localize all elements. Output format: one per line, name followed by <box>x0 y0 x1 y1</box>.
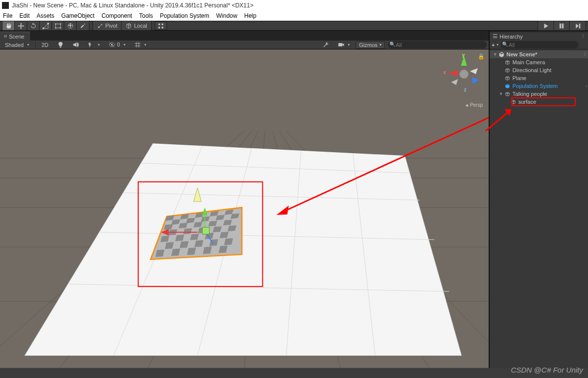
unity-scene-icon <box>499 51 504 57</box>
grid-toggle[interactable] <box>131 42 149 48</box>
pivot-toggle[interactable]: Pivot <box>93 21 122 30</box>
rect-tool-button[interactable] <box>52 21 64 30</box>
hierarchy-item-plane[interactable]: Plane <box>490 74 588 82</box>
local-label: Local <box>134 21 147 30</box>
svg-rect-16 <box>338 43 342 46</box>
eye-off-icon <box>109 42 115 48</box>
scene-context-menu[interactable]: ⁝ <box>584 51 588 58</box>
svg-rect-1 <box>47 23 48 24</box>
tab-scene[interactable]: ⌗ Scene <box>0 32 30 41</box>
hierarchy-item-main-camera[interactable]: Main Camera <box>490 58 588 66</box>
editor-toolbar: Pivot Local <box>0 21 588 31</box>
hierarchy-item-population-system[interactable]: Population System › <box>490 82 588 90</box>
camera-icon <box>338 42 344 48</box>
orientation-gizmo[interactable]: y x z ◄Persp 🔒 <box>444 53 484 108</box>
svg-point-3 <box>55 23 56 24</box>
step-button[interactable] <box>570 21 586 30</box>
svg-point-4 <box>60 23 61 24</box>
svg-marker-90 <box>472 77 479 84</box>
audio-toggle[interactable] <box>70 42 82 48</box>
grid-icon <box>134 42 141 48</box>
pause-button[interactable] <box>554 21 570 30</box>
item-label: Main Camera <box>511 59 545 65</box>
item-label: surface <box>517 99 536 105</box>
scale-tool-button[interactable] <box>40 21 52 30</box>
scene-search-input[interactable] <box>388 41 487 48</box>
fx-icon <box>88 42 94 48</box>
transform-tool-combo-button[interactable] <box>64 21 77 30</box>
move-tool-button[interactable] <box>15 21 27 30</box>
menu-help[interactable]: Help <box>244 12 256 19</box>
item-label: Plane <box>511 75 526 81</box>
gameobject-icon <box>504 75 510 81</box>
scene-tab-icon: ⌗ <box>4 33 7 40</box>
search-icon: 🔍 <box>502 42 508 47</box>
shading-mode-dropdown[interactable]: Shaded <box>2 42 32 48</box>
custom-tool-button[interactable] <box>77 21 89 30</box>
svg-rect-9 <box>158 23 160 25</box>
fx-toggle[interactable] <box>85 42 103 48</box>
lock-icon[interactable]: 🔒 <box>478 53 485 60</box>
hand-tool-button[interactable] <box>2 21 15 30</box>
projection-label: Persp <box>470 102 483 108</box>
hierarchy-tab-label: Hierarchy <box>500 34 523 40</box>
hierarchy-search-input[interactable] <box>501 41 579 48</box>
gameobject-icon <box>510 99 516 105</box>
svg-point-5 <box>55 27 56 28</box>
svg-rect-10 <box>162 23 163 25</box>
menu-population-system[interactable]: Population System <box>160 12 209 19</box>
svg-point-93 <box>460 70 468 79</box>
menu-file[interactable]: File <box>3 12 12 19</box>
scene-tools-button[interactable] <box>320 42 332 48</box>
lightbulb-icon <box>57 42 64 48</box>
camera-settings-button[interactable] <box>335 42 353 48</box>
pivot-icon <box>97 23 103 29</box>
menu-tools[interactable]: Tools <box>139 12 153 19</box>
menu-gameobject[interactable]: GameObject <box>61 12 94 19</box>
hierarchy-scene-row[interactable]: ▼ New Scene* ⁝ <box>490 50 588 58</box>
hierarchy-panel: ☰ Hierarchy ⁝ + ▾ 🔍 ▼ New Scene* <box>489 31 588 368</box>
expand-arrow-icon[interactable]: ▼ <box>499 91 504 96</box>
create-button[interactable]: + <box>492 42 495 48</box>
projection-toggle[interactable]: ◄Persp <box>464 102 483 108</box>
local-toggle[interactable]: Local <box>122 21 151 30</box>
svg-rect-0 <box>42 27 44 29</box>
scene-viewport[interactable]: y x z ◄Persp 🔒 <box>0 49 489 368</box>
scene-tab-bar: ⌗ Scene <box>0 31 489 41</box>
menu-window[interactable]: Window <box>216 12 238 19</box>
watermark-text: CSDN @C# For Unity <box>511 366 583 374</box>
gizmos-dropdown[interactable]: Gizmos▾ <box>356 41 385 49</box>
menu-component[interactable]: Component <box>101 12 132 19</box>
svg-rect-12 <box>162 27 163 28</box>
gameobject-icon <box>504 91 510 97</box>
tab-hierarchy[interactable]: ☰ Hierarchy ⁝ <box>490 32 588 41</box>
play-button[interactable] <box>538 21 554 30</box>
scene-panel: ⌗ Scene Shaded 2D 0 <box>0 31 489 368</box>
panel-lock-icon[interactable]: ⁝ <box>582 33 584 40</box>
expand-arrow-icon[interactable]: ▼ <box>493 52 498 57</box>
snap-toggle[interactable] <box>155 21 167 30</box>
window-title-bar: JiaShi - New Scene - PC, Mac & Linux Sta… <box>0 0 588 11</box>
lighting-toggle[interactable] <box>54 42 67 48</box>
local-icon <box>126 23 132 29</box>
axis-y-label: y <box>462 52 465 58</box>
menu-assets[interactable]: Assets <box>37 12 54 19</box>
item-label: Population System <box>511 83 558 89</box>
unity-logo-icon <box>2 2 9 9</box>
rotate-tool-button[interactable] <box>27 21 40 30</box>
svg-rect-14 <box>562 23 563 28</box>
2d-toggle[interactable]: 2D <box>39 42 51 48</box>
chevron-right-icon[interactable]: › <box>586 84 588 88</box>
hierarchy-item-talking-people[interactable]: ▼ Talking people <box>490 90 588 98</box>
hierarchy-item-surface[interactable]: surface <box>490 98 588 106</box>
prefab-icon <box>504 83 510 89</box>
item-label: Directional Light <box>511 67 551 73</box>
axis-z-label: z <box>464 87 466 92</box>
hidden-toggle[interactable]: 0 <box>106 42 128 48</box>
svg-rect-13 <box>559 23 561 28</box>
hierarchy-item-directional-light[interactable]: Directional Light <box>490 66 588 74</box>
menu-edit[interactable]: Edit <box>19 12 30 19</box>
wrench-icon <box>323 42 329 48</box>
svg-marker-95 <box>504 109 511 116</box>
pivot-label: Pivot <box>105 21 117 30</box>
